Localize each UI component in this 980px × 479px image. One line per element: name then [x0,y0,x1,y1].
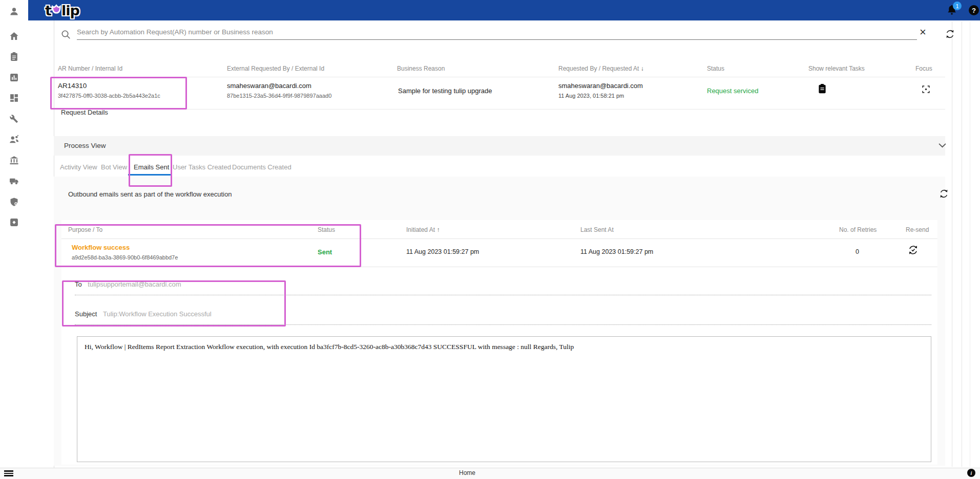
ar-col-status: Status [707,65,724,72]
info-icon[interactable]: i [967,469,975,477]
hamburger-menu-icon[interactable] [4,470,13,476]
email-last-sent-at: 11 Aug 2023 01:59:27 pm [580,248,653,255]
chevron-down-icon[interactable] [939,143,946,148]
email-purpose: Workflow success [72,244,130,251]
focus-icon[interactable] [921,84,931,94]
to-field[interactable]: To tulipsupportemail@bacardi.com [75,280,931,295]
ar-number: AR14310 [58,82,87,90]
email-row-divider [61,267,937,267]
email-body-box: Hi, Workflow | RedItems Report Extractio… [77,336,931,462]
inbox-icon[interactable] [9,217,19,227]
requested-by: smaheswaran@bacardi.com [558,82,643,90]
tab-emails-sent[interactable]: Emails Sent [134,163,169,171]
outer-scrollbar-track[interactable] [962,21,962,467]
dashboard-icon[interactable] [9,93,19,103]
email-col-retries: No. of Retries [839,226,877,233]
ar-col-reason: Business Reason [397,65,445,72]
search-input[interactable] [77,25,917,40]
ar-row-divider [54,109,945,110]
sort-desc-icon: ↓ [641,65,644,72]
organization-bank-icon[interactable] [9,156,19,165]
subject-field[interactable]: Subject Tulip:Workflow Execution Success… [75,310,931,325]
account-icon[interactable] [9,7,19,16]
subject-value: Tulip:Workflow Execution Successful [103,310,212,318]
email-header-divider [61,238,937,239]
tasks-icon[interactable] [9,52,19,61]
ar-internal-id: 3f427875-0ff0-3038-acbb-2b5a443e2a1c [58,93,160,99]
email-col-resend: Re-send [906,226,929,233]
process-view-header[interactable] [54,136,945,156]
resend-icon[interactable] [908,245,919,255]
request-details-label: Request Details [61,108,108,116]
clear-search-icon[interactable]: × [920,27,926,38]
external-requested-by: smaheswaran@bacardi.com [227,82,311,90]
ar-col-requested[interactable]: Requested By / Requested At ↓ [558,65,644,72]
email-id: a9d2e58d-ba3a-3869-90b0-6f8469abbd7e [72,254,178,260]
ar-status-badge: Request serviced [707,87,758,95]
users-icon[interactable] [9,135,19,144]
subject-label: Subject [75,310,97,318]
email-col-purpose: Purpose / To [68,226,102,233]
left-sidebar [0,0,28,468]
tulip-logo[interactable]: t lip [45,1,79,19]
active-tab-underline [128,174,171,176]
business-reason: Sample for testing tulip upgrade [398,87,492,95]
emails-note: Outbound emails sent as part of the work… [68,190,232,198]
email-col-last-sent: Last Sent At [580,226,614,233]
search-icon [61,30,71,39]
breadcrumb-home[interactable]: Home [442,469,493,476]
tab-user-tasks-created[interactable]: User Tasks Created [173,163,231,171]
email-initiated-at: 11 Aug 2023 01:59:27 pm [406,248,479,255]
notification-count-badge: 1 [953,2,962,10]
show-relevant-tasks-icon[interactable] [818,83,827,94]
shipping-truck-icon[interactable] [9,176,19,186]
app-window: t lip 1 ? [0,0,980,479]
tab-bot-view[interactable]: Bot View [101,163,127,171]
external-id: 87be1315-23a5-36d4-9f9f-9879897aaad0 [227,93,331,99]
to-label: To [75,280,82,288]
ar-col-tasks: Show relevant Tasks [808,65,865,72]
tulip-flower-icon [51,4,62,18]
page-scrollbar-track[interactable] [970,21,970,467]
ar-col-number: AR Number / Internal Id [58,65,122,72]
email-col-status: Status [318,226,335,233]
ar-header-divider [54,77,945,77]
emails-refresh-icon[interactable] [939,188,949,199]
to-value: tulipsupportemail@bacardi.com [88,280,181,288]
home-icon[interactable] [9,31,19,41]
top-header-bar [28,0,980,20]
email-retries: 0 [856,248,859,255]
process-view-title: Process View [64,142,106,149]
search-refresh-icon[interactable] [945,29,955,39]
sort-asc-icon: ↑ [436,226,440,233]
reports-icon[interactable] [9,73,19,82]
email-body-text: Hi, Workflow | RedItems Report Extractio… [85,343,574,351]
email-col-initiated[interactable]: Initiated At ↑ [406,226,440,233]
tab-activity-view[interactable]: Activity View [60,163,97,171]
inner-scrollbar-track[interactable] [952,21,952,467]
ar-col-focus: Focus [915,65,932,72]
email-status-badge: Sent [318,248,332,256]
security-shield-icon[interactable] [9,197,19,207]
help-icon[interactable]: ? [969,5,979,15]
tools-wrench-icon[interactable] [9,114,19,124]
requested-at: 11 Aug 2023, 01:58:21 pm [558,93,624,99]
ar-col-external: External Requested By / External Id [227,65,324,72]
tab-documents-created[interactable]: Documents Created [232,163,291,171]
logo-text-lip: lip [61,3,79,18]
